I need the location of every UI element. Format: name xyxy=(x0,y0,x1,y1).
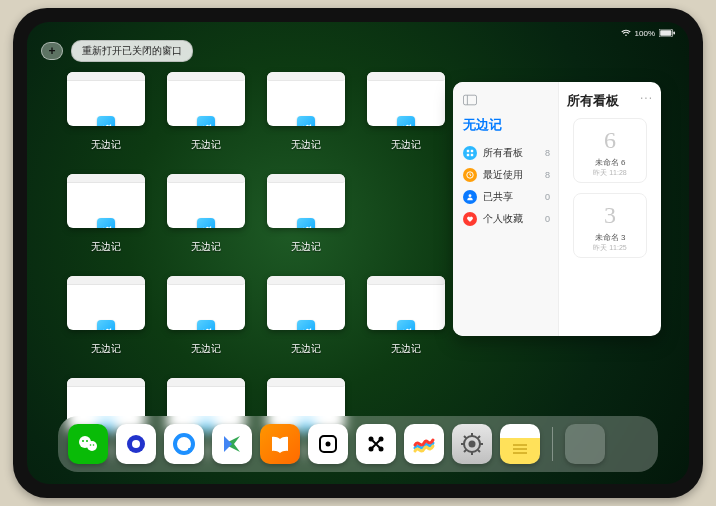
freeform-app-icon xyxy=(97,320,115,330)
window-thumb xyxy=(67,174,145,228)
svg-point-10 xyxy=(469,194,472,197)
dock-quark-icon[interactable] xyxy=(116,424,156,464)
panel-item-heart[interactable]: 个人收藏 0 xyxy=(463,208,550,230)
panel-item-label: 个人收藏 xyxy=(483,212,523,226)
window-thumb xyxy=(367,72,445,126)
window-label: 无边记 xyxy=(91,240,121,254)
dock-qqbrowser-icon[interactable] xyxy=(164,424,204,464)
reopen-closed-window-pill[interactable]: 重新打开已关闭的窗口 xyxy=(71,40,193,62)
status-bar: 100% xyxy=(27,26,689,40)
board-thumb: 3 xyxy=(591,198,629,232)
window-thumb xyxy=(167,72,245,126)
svg-point-16 xyxy=(93,444,95,446)
app-window[interactable]: 无边记 xyxy=(167,72,245,152)
freeform-app-icon xyxy=(197,320,215,330)
dock-notes-icon[interactable] xyxy=(500,424,540,464)
dock-books-icon[interactable] xyxy=(260,424,300,464)
svg-rect-1 xyxy=(660,30,671,36)
svg-point-15 xyxy=(90,444,92,446)
board-subtitle: 昨天 11:25 xyxy=(593,243,626,253)
app-window[interactable]: 无边记 xyxy=(167,276,245,356)
svg-line-35 xyxy=(478,436,480,438)
panel-right: ... 所有看板 6 未命名 6 昨天 11:283 未命名 3 昨天 11:2… xyxy=(559,82,661,336)
more-icon[interactable]: ... xyxy=(640,88,653,102)
board-card[interactable]: 6 未命名 6 昨天 11:28 xyxy=(573,118,647,183)
grid-icon xyxy=(463,146,477,160)
app-window[interactable]: 无边记 xyxy=(67,174,145,254)
window-thumb xyxy=(67,276,145,330)
freeform-app-icon xyxy=(397,320,415,330)
window-label: 无边记 xyxy=(91,342,121,356)
wifi-icon xyxy=(621,29,631,37)
pill-label: 重新打开已关闭的窗口 xyxy=(82,45,182,56)
heart-icon xyxy=(463,212,477,226)
sidebar-icon[interactable] xyxy=(463,92,550,110)
add-button[interactable]: + xyxy=(41,42,63,60)
window-thumb xyxy=(167,174,245,228)
svg-rect-2 xyxy=(673,31,675,34)
sidebar-panel: 无边记 所有看板 8 最近使用 8 已共享 0 个人收藏 0 ... 所有看板 … xyxy=(453,82,661,336)
dock-dots-icon[interactable] xyxy=(356,424,396,464)
freeform-app-icon xyxy=(297,218,315,228)
app-window[interactable]: 无边记 xyxy=(267,174,345,254)
dock-separator xyxy=(552,427,553,461)
window-thumb xyxy=(267,276,345,330)
dock-dice-icon[interactable] xyxy=(308,424,348,464)
app-window[interactable]: 无边记 xyxy=(67,276,145,356)
window-label: 无边记 xyxy=(291,138,321,152)
board-title: 未命名 3 xyxy=(595,232,626,243)
window-thumb xyxy=(167,276,245,330)
app-window[interactable]: 无边记 xyxy=(267,72,345,152)
svg-line-33 xyxy=(464,436,466,438)
board-card[interactable]: 3 未命名 3 昨天 11:25 xyxy=(573,193,647,258)
dock-settings-icon[interactable] xyxy=(452,424,492,464)
svg-rect-7 xyxy=(467,154,469,156)
window-label: 无边记 xyxy=(291,240,321,254)
svg-rect-20 xyxy=(188,448,192,452)
panel-item-count: 0 xyxy=(545,192,550,202)
app-window[interactable]: 无边记 xyxy=(167,174,245,254)
svg-rect-3 xyxy=(463,95,476,105)
person-icon xyxy=(463,190,477,204)
dock-play-icon[interactable] xyxy=(212,424,252,464)
svg-point-22 xyxy=(326,442,331,447)
window-thumb xyxy=(67,72,145,126)
window-thumb xyxy=(367,276,445,330)
window-thumb xyxy=(267,174,345,228)
top-controls: + 重新打开已关闭的窗口 xyxy=(41,40,193,62)
app-window[interactable]: 无边记 xyxy=(367,276,445,356)
window-label: 无边记 xyxy=(391,342,421,356)
freeform-app-icon xyxy=(297,116,315,126)
freeform-app-icon xyxy=(297,320,315,330)
window-label: 无边记 xyxy=(91,138,121,152)
panel-item-label: 所有看板 xyxy=(483,146,523,160)
panel-item-count: 0 xyxy=(545,214,550,224)
window-label: 无边记 xyxy=(191,240,221,254)
window-thumb xyxy=(267,72,345,126)
freeform-app-icon xyxy=(197,116,215,126)
window-label: 无边记 xyxy=(191,138,221,152)
screen: 100% + 重新打开已关闭的窗口 无边记 无边记 无边记 无边记 xyxy=(27,22,689,484)
panel-item-count: 8 xyxy=(545,170,550,180)
svg-line-34 xyxy=(478,450,480,452)
dock-recents-cluster[interactable] xyxy=(565,424,605,464)
panel-item-clock[interactable]: 最近使用 8 xyxy=(463,164,550,186)
dock-wechat-icon[interactable] xyxy=(68,424,108,464)
svg-point-18 xyxy=(132,440,140,448)
panel-item-grid[interactable]: 所有看板 8 xyxy=(463,142,550,164)
window-label: 无边记 xyxy=(291,342,321,356)
app-window[interactable]: 无边记 xyxy=(67,72,145,152)
svg-rect-6 xyxy=(471,150,473,152)
dock xyxy=(58,416,658,472)
svg-point-12 xyxy=(87,441,97,451)
plus-icon: + xyxy=(48,44,55,58)
battery-pct: 100% xyxy=(635,29,655,38)
panel-item-label: 最近使用 xyxy=(483,168,523,182)
app-window[interactable]: 无边记 xyxy=(267,276,345,356)
panel-item-person[interactable]: 已共享 0 xyxy=(463,186,550,208)
app-window[interactable]: 无边记 xyxy=(367,72,445,152)
dock-freeform-icon[interactable] xyxy=(404,424,444,464)
panel-left-title: 无边记 xyxy=(463,116,550,134)
freeform-app-icon xyxy=(197,218,215,228)
svg-rect-8 xyxy=(471,154,473,156)
